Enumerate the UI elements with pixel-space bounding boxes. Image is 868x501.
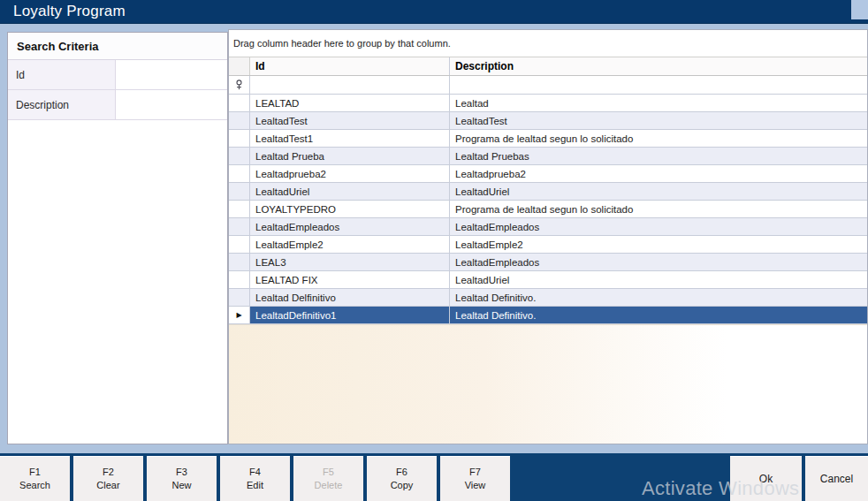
table-row[interactable]: LEAL3 LealtadEmpleados [229,254,867,271]
cell-id: LEALTAD FIX [250,271,450,288]
table-row[interactable]: Lealtadprueba2 Lealtadprueba2 [229,165,867,183]
search-criteria-title: Search Criteria [8,33,227,60]
button-label: View [465,479,486,492]
f5-delete-button: F5 Delete [293,456,363,501]
table-row[interactable]: LealtadTest LealtadTest [229,112,867,130]
cell-id: LOYALTYPEDRO [250,201,450,217]
cell-description: LealtadEmpleados [450,254,867,270]
column-header-id[interactable]: Id [250,57,450,75]
cell-description: LealtadTest [450,112,867,129]
button-key: F3 [176,466,187,479]
f4-edit-button[interactable]: F4 Edit [220,456,290,501]
button-key: F7 [469,466,481,479]
row-indicator [229,112,250,129]
id-search-input[interactable] [116,60,227,90]
row-indicator [229,130,250,147]
title-bar: Loyalty Program [0,0,868,24]
cell-id: LealtadEmple2 [250,236,450,253]
cell-description: Lealtad Definitivo. [450,289,867,306]
row-indicator [229,271,250,288]
id-field-label: Id [8,60,116,90]
filter-input-description[interactable] [450,76,867,94]
button-key: F2 [103,466,114,479]
cell-description: Lealtad Definitivo. [450,307,867,323]
cell-description: Programa de lealtad segun lo solicitado [450,130,867,147]
cell-id: Lealtadprueba2 [250,165,450,182]
button-label: Clear [96,479,119,492]
selected-row-arrow-icon: ▶ [236,312,241,319]
button-key: F1 [29,466,41,479]
grid-header-row: Id Description [229,57,867,76]
button-bar-filler [514,456,730,501]
cell-description: Lealtad [450,95,867,111]
window-title: Loyalty Program [13,3,126,20]
cell-description: Lealtadprueba2 [450,165,867,182]
search-field-row-description: Description [8,90,227,120]
row-indicator [229,254,250,270]
row-indicator [229,165,250,182]
f2-clear-button[interactable]: F2 Clear [73,456,143,501]
button-key: F6 [396,466,407,479]
button-key: F5 [323,466,334,479]
row-indicator [229,289,250,306]
table-row[interactable]: LOYALTYPEDRO Programa de lealtad segun l… [229,201,867,218]
table-row-selected[interactable]: ▶ LealtadDefinitivo1 Lealtad Definitivo. [229,307,867,324]
button-label: Edit [247,479,263,492]
cell-description: LealtadUriel [450,271,867,288]
ok-button[interactable]: Ok [730,456,802,501]
filter-pin-icon-glyph [235,80,243,90]
row-indicator: ▶ [229,307,250,323]
f1-search-button[interactable]: F1 Search [0,456,70,501]
table-row[interactable]: Lealtad Prueba Lealtad Pruebas [229,148,867,165]
filter-input-id[interactable] [250,76,450,94]
cell-id: Lealtad Prueba [250,148,450,164]
table-row[interactable]: LealtadTest1 Programa de lealtad segun l… [229,130,867,148]
column-header-description[interactable]: Description [450,57,867,75]
header-gutter-cell [229,57,250,75]
f6-copy-button[interactable]: F6 Copy [367,456,437,501]
button-label: Search [19,479,50,492]
function-button-bar: F1 Search F2 Clear F3 New F4 Edit F5 Del… [0,453,868,501]
f7-view-button[interactable]: F7 View [440,456,510,501]
group-by-panel[interactable]: Drag column header here to group by that… [229,30,867,57]
cancel-button[interactable]: Cancel [805,456,868,501]
cell-description: Lealtad Pruebas [450,148,867,164]
grid-empty-area [229,324,867,444]
cell-id: LEALTAD [250,95,450,111]
row-indicator [229,183,250,200]
table-row[interactable]: LEALTAD FIX LealtadUriel [229,271,867,289]
button-key: F4 [249,466,261,479]
cell-id: LealtadEmpleados [250,218,450,235]
row-indicator [229,218,250,235]
table-row[interactable]: Lealtad Delfinitivo Lealtad Definitivo. [229,289,867,307]
cell-id: Lealtad Delfinitivo [250,289,450,306]
cell-id: LealtadTest1 [250,130,450,147]
cell-id: LealtadDefinitivo1 [250,307,450,323]
row-indicator [229,148,250,164]
table-row[interactable]: LealtadEmpleados LealtadEmpleados [229,218,867,236]
cell-description: LealtadEmple2 [450,236,867,253]
table-row[interactable]: LealtadUriel LealtadUriel [229,183,867,201]
cell-id: LealtadTest [250,112,450,129]
search-field-row-id: Id [8,60,227,90]
row-indicator [229,201,250,217]
row-indicator [229,95,250,111]
search-criteria-panel: Search Criteria Id Description [7,32,228,444]
button-label: Delete [315,479,343,492]
cell-description: LealtadUriel [450,183,867,200]
auto-filter-row [229,76,867,95]
f3-new-button[interactable]: F3 New [147,456,217,501]
description-search-input[interactable] [116,90,227,120]
cell-id: LEAL3 [250,254,450,270]
cell-description: Programa de lealtad segun lo solicitado [450,201,867,217]
button-label: New [171,479,191,492]
cell-description: LealtadEmpleados [450,218,867,235]
description-field-label: Description [8,90,116,120]
button-label: Copy [391,479,414,492]
table-row[interactable]: LEALTAD Lealtad [229,95,867,112]
results-grid: Drag column header here to group by that… [228,29,868,444]
row-indicator [229,236,250,253]
filter-pin-icon [229,76,250,94]
table-row[interactable]: LealtadEmple2 LealtadEmple2 [229,236,867,254]
titlebar-corner-block [851,0,868,19]
